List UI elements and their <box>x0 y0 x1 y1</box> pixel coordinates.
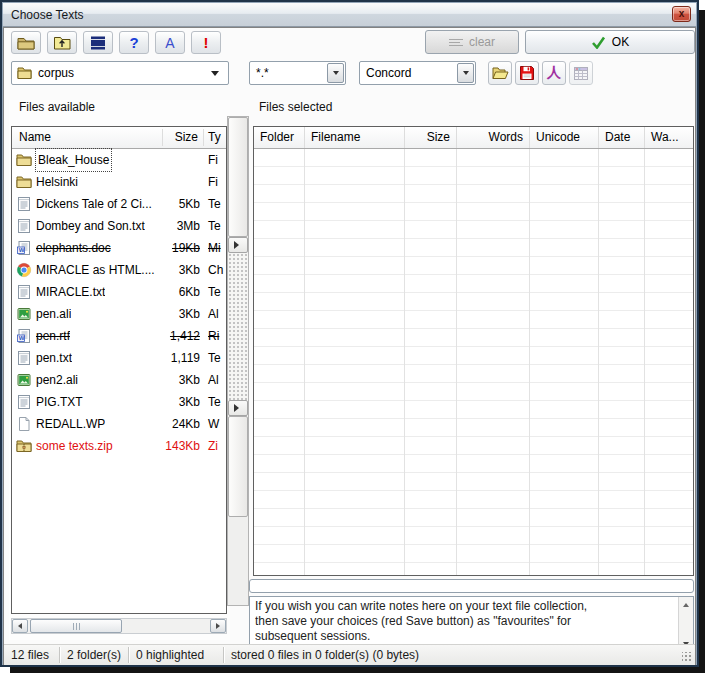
file-row[interactable]: Bleak_House Fi <box>12 149 226 171</box>
text-file-icon <box>16 196 32 212</box>
note-title-input[interactable] <box>249 579 694 593</box>
file-row[interactable]: W pen.rtf 1,412 Ri <box>12 325 226 347</box>
warning-button[interactable]: ! <box>191 31 221 54</box>
plain-file-icon <box>16 416 32 432</box>
ok-button-label: OK <box>612 35 629 49</box>
folder-up-icon <box>53 35 71 51</box>
clear-button[interactable]: clear <box>425 30 519 54</box>
arrow-right-icon <box>234 404 239 412</box>
ali-file-icon <box>16 306 32 322</box>
help-button[interactable]: ? <box>119 31 149 54</box>
font-icon: A <box>165 35 174 51</box>
column-header-name[interactable]: Name <box>19 127 51 148</box>
combo-dropdown-button[interactable] <box>327 63 344 83</box>
view-button[interactable] <box>83 31 113 54</box>
grid-column <box>405 149 457 575</box>
file-row[interactable]: Dickens Tale of 2 Ci... 5Kb Te <box>12 193 226 215</box>
store-file-button-top[interactable] <box>228 237 248 253</box>
grid-column <box>254 149 305 575</box>
word-doc-icon: W <box>16 240 32 256</box>
notes-text[interactable]: If you wish you can write notes here on … <box>255 599 673 650</box>
column-header-type[interactable]: Ty <box>208 127 221 148</box>
column-header-unicode[interactable]: Unicode <box>530 127 599 148</box>
resize-grip[interactable] <box>682 652 692 662</box>
column-header-warnings[interactable]: Wa... <box>645 127 693 148</box>
svg-text:W: W <box>19 335 25 341</box>
file-row[interactable]: pen.txt 1,119 Te <box>12 347 226 369</box>
status-stored: stored 0 files in 0 folder(s) (0 bytes) <box>224 645 419 665</box>
folder-open-icon <box>492 66 509 80</box>
file-pattern-value: *.* <box>256 62 269 84</box>
status-highlighted: 0 highlighted <box>129 645 204 665</box>
file-row[interactable]: Dombey and Son.txt 3Mb Te <box>12 215 226 237</box>
text-file-icon <box>16 218 32 234</box>
file-row[interactable]: Helsinki Fi <box>12 171 226 193</box>
arrow-right-icon <box>234 241 239 249</box>
splitter-thumb-bottom[interactable] <box>228 416 248 517</box>
column-header-words[interactable]: Words <box>457 127 530 148</box>
column-header-date[interactable]: Date <box>599 127 645 148</box>
files-available-list[interactable]: Name Size Ty Bleak_House Fi Helsinki Fi … <box>11 126 227 614</box>
files-selected-table[interactable]: Folder Filename Size Words Unicode Date … <box>253 126 694 576</box>
file-row[interactable]: W elephants.doc 19Kb Mi <box>12 237 226 259</box>
tool-combo-value: Concord <box>366 62 411 84</box>
folder-combo[interactable]: corpus <box>11 61 229 85</box>
ok-button[interactable]: OK <box>525 30 695 54</box>
combo-dropdown-button[interactable] <box>457 63 474 83</box>
choose-folder-button[interactable] <box>11 31 41 54</box>
text-file-icon <box>16 350 32 366</box>
chrome-html-icon <box>16 262 32 278</box>
text-file-icon <box>16 284 32 300</box>
status-files: 12 files <box>4 645 49 665</box>
files-available-label: Files available <box>19 100 95 114</box>
script-button[interactable]: 人 <box>542 61 566 85</box>
column-header-filename[interactable]: Filename <box>305 127 405 148</box>
close-button[interactable]: x <box>672 6 691 22</box>
grid-column <box>599 149 645 575</box>
open-favourites-button[interactable] <box>488 61 512 85</box>
folder-icon <box>16 174 32 190</box>
view-block-icon <box>90 36 106 50</box>
scroll-right-button[interactable] <box>210 619 226 633</box>
column-header-size[interactable]: Size <box>405 127 457 148</box>
window-title: Choose Texts <box>11 3 84 27</box>
scroll-up-button[interactable] <box>679 599 693 611</box>
word-doc-icon: W <box>16 328 32 344</box>
clear-button-label: clear <box>469 35 495 49</box>
exclamation-icon: ! <box>204 34 209 51</box>
calendar-button[interactable] <box>569 61 593 85</box>
file-row[interactable]: MIRACLE.txt 6Kb Te <box>12 281 226 303</box>
file-row[interactable]: MIRACLE as HTML.... 3Kb Ch <box>12 259 226 281</box>
splitter-thumb-top[interactable] <box>228 117 248 237</box>
tool-combo[interactable]: Concord <box>359 61 476 85</box>
grid-column <box>645 149 693 575</box>
column-header-size[interactable]: Size <box>152 127 198 148</box>
file-row[interactable]: pen.ali 3Kb Al <box>12 303 226 325</box>
grid-column <box>305 149 405 575</box>
file-row[interactable]: REDALL.WP 24Kb W <box>12 413 226 435</box>
font-button[interactable]: A <box>155 31 185 54</box>
arrow-left-icon <box>18 623 22 629</box>
ali-file-icon <box>16 372 32 388</box>
store-file-button-bottom[interactable] <box>228 400 248 416</box>
horizontal-scrollbar[interactable] <box>11 618 227 634</box>
panel-splitter[interactable] <box>227 116 249 606</box>
file-rows: Bleak_House Fi Helsinki Fi Dickens Tale … <box>12 149 226 457</box>
arrow-up-icon <box>683 603 689 607</box>
svg-text:W: W <box>19 247 25 253</box>
grid-column <box>530 149 599 575</box>
scrollbar-thumb[interactable] <box>30 619 122 633</box>
file-pattern-combo[interactable]: *.* <box>249 61 346 85</box>
dialog-client-area: ? A ! clear OK corpus *.* <box>3 27 696 665</box>
file-row[interactable]: some texts.zip 143Kb Zi <box>12 435 226 457</box>
folder-up-button[interactable] <box>47 31 77 54</box>
scroll-left-button[interactable] <box>12 619 28 633</box>
file-row[interactable]: pen2.ali 3Kb Al <box>12 369 226 391</box>
column-header-folder[interactable]: Folder <box>254 127 305 148</box>
file-row[interactable]: PIG.TXT 3Kb Te <box>12 391 226 413</box>
status-bar: 12 files 2 folder(s) 0 highlighted store… <box>4 644 695 665</box>
save-favourites-button[interactable] <box>515 61 539 85</box>
files-selected-grid <box>254 149 693 575</box>
zip-folder-icon <box>16 438 32 454</box>
folder-small-icon <box>17 66 32 80</box>
